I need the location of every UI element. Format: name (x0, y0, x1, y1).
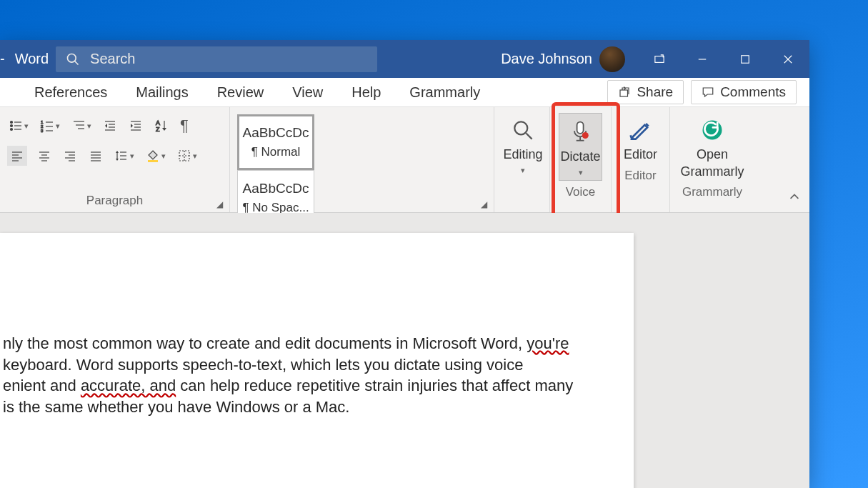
share-button[interactable]: Share (607, 80, 684, 104)
style-preview: AaBbCcDc (243, 125, 309, 141)
editor-button[interactable]: Editor (619, 111, 662, 166)
share-label: Share (637, 84, 673, 100)
editing-button[interactable]: Editing ▾ (502, 111, 544, 178)
open-grammarly-label-2: Grammarly (681, 164, 744, 180)
search-icon (66, 52, 80, 66)
editor-icon (627, 116, 655, 144)
titlebar-right: Dave Johnson (501, 40, 809, 78)
svg-point-8 (11, 121, 13, 124)
style-normal[interactable]: AaBbCcDc ¶ Normal (237, 114, 314, 170)
word-window: - Word Search Dave Johnson References Ma (0, 40, 809, 488)
svg-rect-7 (620, 90, 628, 96)
svg-rect-54 (148, 160, 158, 162)
comments-label: Comments (720, 84, 786, 100)
minimize-button[interactable] (681, 40, 724, 78)
svg-point-63 (582, 132, 588, 139)
close-button[interactable] (767, 40, 809, 78)
svg-rect-55 (179, 151, 189, 161)
document-page[interactable]: nly the most common way to create and ed… (0, 233, 634, 488)
svg-line-1 (75, 61, 79, 64)
line-spacing-button[interactable]: ▾ (113, 146, 136, 166)
group-styles: AaBbCcDc ¶ Normal AaBbCcDc ¶ No Spac... … (230, 107, 494, 212)
maximize-button[interactable] (724, 40, 767, 78)
svg-point-12 (11, 129, 13, 131)
tab-references[interactable]: References (20, 78, 121, 106)
show-hide-button[interactable]: ¶ (179, 116, 190, 136)
tab-view[interactable]: View (278, 78, 337, 106)
title-dash: - (0, 51, 11, 67)
ribbon-body: ▾ 123▾ ▾ AZ ¶ ▾ ▾ ▾ Para (0, 107, 809, 213)
align-right-button[interactable] (61, 146, 79, 166)
chevron-down-icon: ▾ (579, 168, 583, 177)
tab-grammarly[interactable]: Grammarly (395, 78, 494, 106)
group-editor: Editor Editor (612, 107, 670, 212)
document-line: keyboard. Word supports speech-to-text, … (3, 354, 605, 376)
decrease-indent-button[interactable] (101, 116, 119, 136)
group-label-voice: Voice (557, 182, 604, 201)
svg-point-58 (514, 121, 527, 134)
svg-text:Z: Z (156, 126, 160, 133)
titlebar: - Word Search Dave Johnson (0, 40, 809, 78)
justify-button[interactable] (87, 146, 104, 166)
collapse-ribbon-button[interactable] (788, 191, 801, 206)
svg-rect-2 (655, 56, 664, 62)
borders-button[interactable]: ▾ (176, 146, 199, 166)
chevron-down-icon: ▾ (521, 166, 525, 175)
svg-line-59 (527, 134, 532, 139)
comments-icon (702, 86, 714, 99)
open-grammarly-label-1: Open (697, 147, 728, 163)
svg-point-0 (68, 54, 76, 62)
editor-label: Editor (624, 147, 657, 163)
document-line: nly the most common way to create and ed… (3, 333, 605, 354)
tab-help[interactable]: Help (337, 78, 395, 106)
search-input[interactable]: Search (56, 46, 377, 72)
styles-launcher[interactable]: ◢ (481, 199, 491, 209)
align-left-button[interactable] (7, 146, 27, 166)
svg-rect-60 (577, 122, 583, 134)
document-line: enient and accurate, and can help reduce… (3, 375, 605, 397)
tab-mailings[interactable]: Mailings (121, 78, 202, 106)
share-icon (618, 86, 631, 99)
svg-text:3: 3 (41, 129, 44, 133)
align-center-button[interactable] (36, 146, 53, 166)
paragraph-launcher[interactable]: ◢ (216, 199, 226, 209)
sort-button[interactable]: AZ (153, 116, 170, 136)
document-area[interactable]: nly the most common way to create and ed… (0, 213, 809, 488)
ribbon-actions: Share Comments (607, 80, 809, 104)
group-grammarly: Open Grammarly Grammarly (670, 107, 754, 212)
multilevel-list-button[interactable]: ▾ (70, 116, 93, 136)
dictate-label: Dictate (560, 149, 600, 165)
style-preview: AaBbCcDc (243, 181, 309, 196)
bullets-button[interactable]: ▾ (7, 116, 30, 136)
svg-rect-4 (742, 55, 749, 63)
dictate-icon (567, 118, 595, 146)
user-name[interactable]: Dave Johnson (501, 51, 599, 67)
group-paragraph: ▾ 123▾ ▾ AZ ¶ ▾ ▾ ▾ Para (0, 107, 230, 212)
open-grammarly-button[interactable]: Open Grammarly (677, 111, 747, 182)
app-name: Word (11, 51, 56, 67)
group-voice: Dictate ▾ Voice (550, 107, 612, 212)
avatar[interactable] (599, 46, 625, 72)
increase-indent-button[interactable] (127, 116, 144, 136)
numbering-button[interactable]: 123▾ (39, 116, 61, 136)
ribbon-tabs: References Mailings Review View Help Gra… (0, 78, 809, 107)
svg-point-10 (11, 125, 13, 127)
group-label-grammarly: Grammarly (677, 182, 747, 201)
group-label-editor: Editor (619, 166, 662, 184)
editing-label: Editing (503, 147, 542, 163)
tab-review[interactable]: Review (203, 78, 279, 106)
document-line: is the same whether you have Windows or … (3, 397, 605, 418)
group-editing: Editing ▾ (494, 107, 550, 212)
ribbon-display-button[interactable] (638, 40, 681, 78)
grammarly-icon (698, 116, 727, 144)
group-label-paragraph: Paragraph (7, 191, 222, 209)
shading-button[interactable]: ▾ (144, 146, 167, 166)
style-name-normal: ¶ Normal (251, 145, 301, 159)
comments-button[interactable]: Comments (691, 80, 797, 104)
find-icon (509, 116, 537, 144)
dictate-button[interactable]: Dictate ▾ (559, 113, 602, 181)
search-placeholder: Search (90, 51, 135, 67)
